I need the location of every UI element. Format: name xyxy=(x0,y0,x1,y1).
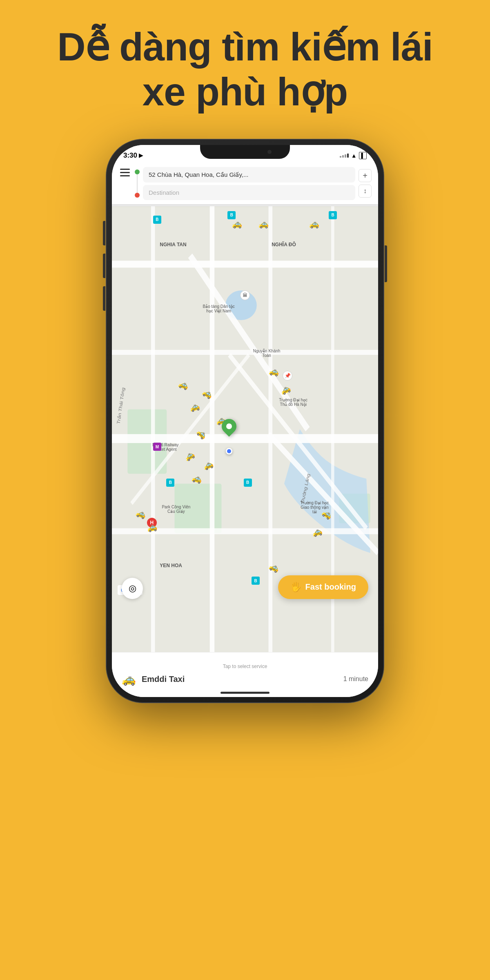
status-time: 3:30 ▶ xyxy=(123,151,143,160)
service-time: 1 minute xyxy=(343,675,368,683)
map-container: Trần Thái Tông Đường Láng NGHIA TAN NGHĨ… xyxy=(112,206,378,652)
phone-screen: 3:30 ▶ ▲ ▌ xyxy=(112,145,378,697)
phone-notch xyxy=(200,145,290,159)
map-area[interactable]: Trần Thái Tông Đường Láng NGHIA TAN NGHĨ… xyxy=(112,206,378,652)
navigation-arrow-icon: ▶ xyxy=(139,152,143,158)
bus-stop-1: B xyxy=(153,216,161,224)
poi-park-cau-giay: Park Công Viên Cầu Giấy xyxy=(160,505,192,514)
user-location-pin xyxy=(222,419,236,434)
bus-stop-4: B xyxy=(166,479,174,487)
bus-stop-3: B xyxy=(329,211,337,219)
taxi-car-3: 🚕 xyxy=(309,219,319,229)
status-icons: ▲ ▌ xyxy=(340,152,367,159)
route-indicator xyxy=(135,167,140,200)
taxi-service-icon: 🚕 xyxy=(122,673,136,686)
taxi-car-2: 🚕 xyxy=(258,219,269,229)
area-label-nghia-tan: NGHIA TAN xyxy=(160,242,186,247)
museum-poi-marker: 🏛 xyxy=(240,290,250,300)
metro-stop-1: M xyxy=(153,443,161,451)
menu-button[interactable] xyxy=(118,167,131,200)
university-poi-marker: 📌 xyxy=(283,371,292,381)
search-area: 52 Chùa Hà, Quan Hoa, Cầu Giấy,... Desti… xyxy=(112,163,378,204)
destination-input[interactable]: Destination xyxy=(143,185,355,200)
signal-icon xyxy=(340,154,349,158)
swap-icon: ↕ xyxy=(363,187,367,195)
phone-outer: 3:30 ▶ ▲ ▌ xyxy=(106,139,384,703)
taxi-car-17: 🚕 xyxy=(146,521,158,533)
phone-mockup: 3:30 ▶ ▲ ▌ xyxy=(0,131,490,703)
location-pin-shape xyxy=(218,416,239,437)
bus-stop-6: B xyxy=(252,577,260,585)
fast-booking-button[interactable]: 🖐 Fast booking xyxy=(278,575,368,599)
wifi-icon: ▲ xyxy=(351,152,357,159)
svg-rect-10 xyxy=(210,206,215,652)
poi-bao-tang: Bảo tàng Dân tộc học Việt Nam xyxy=(203,304,235,313)
poi-nguyen-khanh-toan: Nguyễn Khánh Toàn xyxy=(250,349,283,358)
battery-icon: ▌ xyxy=(359,152,367,159)
taxi-car-12: 🚕 xyxy=(268,365,280,377)
fast-booking-label: Fast booking xyxy=(305,582,356,592)
svg-rect-9 xyxy=(151,206,155,652)
bus-stop-5: B xyxy=(244,479,252,487)
area-label-nghia-do: NGHĨA ĐÔ xyxy=(272,242,296,247)
pickup-dot xyxy=(135,169,140,174)
home-indicator xyxy=(220,692,270,694)
poi-dai-hoc-thu-do: Trường Đại học Thủ đô Hà Nội xyxy=(277,398,310,407)
page-title: Dễ dàng tìm kiếm lái xe phù hợp xyxy=(0,0,490,131)
bottom-bar: Tap to select service 🚕 Emddi Taxi 1 min… xyxy=(112,652,378,697)
user-location-dot xyxy=(226,448,232,454)
area-label-yen-hoa: YEN HOA xyxy=(160,563,182,568)
my-location-button[interactable]: ◎ xyxy=(122,578,143,599)
plus-icon: + xyxy=(363,171,368,180)
add-stop-button[interactable]: + xyxy=(359,169,372,182)
search-inputs: 52 Chùa Hà, Quan Hoa, Cầu Giấy,... Desti… xyxy=(143,167,355,200)
destination-dot xyxy=(135,193,140,198)
service-name: Emddi Taxi xyxy=(142,675,338,684)
pickup-input[interactable]: 52 Chùa Hà, Quan Hoa, Cầu Giấy,... xyxy=(143,167,355,183)
tap-hint: Tap to select service xyxy=(223,664,267,669)
bus-stop-2: B xyxy=(227,211,236,219)
svg-rect-11 xyxy=(269,206,273,652)
service-row[interactable]: 🚕 Emddi Taxi 1 minute xyxy=(122,673,368,686)
swap-direction-button[interactable]: ↕ xyxy=(359,185,372,198)
taxi-car-1: 🚕 xyxy=(232,219,242,229)
location-pin-inner xyxy=(226,423,232,429)
fast-booking-icon: 🖐 xyxy=(290,582,301,592)
location-icon: ◎ xyxy=(129,583,136,594)
